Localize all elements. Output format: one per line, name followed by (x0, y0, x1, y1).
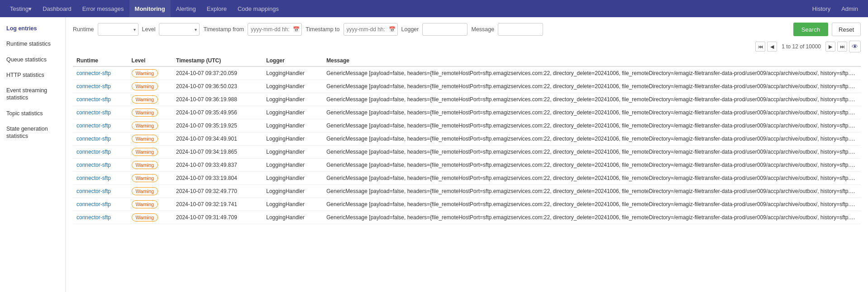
cell-runtime[interactable]: connector-sftp (73, 159, 128, 172)
cell-message: GenericMessage [payload=false, headers={… (323, 172, 861, 185)
col-header-logger: Logger (262, 55, 323, 66)
cell-message: GenericMessage [payload=false, headers={… (323, 159, 861, 172)
sidebar-item-runtime-stats[interactable]: Runtime statistics (0, 36, 65, 52)
cell-logger: LoggingHandler (262, 66, 323, 80)
pagination-prev-button[interactable]: ◀ (767, 42, 777, 52)
cell-level: Warning (128, 66, 172, 80)
toggle-columns-button[interactable]: 👁 (849, 41, 861, 52)
warning-badge: Warning (132, 174, 158, 182)
cell-timestamp: 2024-10-07 09:34:19.865 (172, 146, 262, 159)
pagination-last-button[interactable]: ⏭ (837, 42, 847, 52)
sidebar-item-topic-stats[interactable]: Topic statistics (0, 106, 65, 121)
timestamp-from-wrap: 📅 (248, 23, 302, 36)
message-input[interactable] (498, 23, 543, 36)
nav-item-explore[interactable]: Explore (201, 0, 232, 17)
cell-logger: LoggingHandler (262, 132, 323, 146)
runtime-label: Runtime (73, 26, 94, 33)
cell-level: Warning (128, 106, 172, 119)
warning-badge: Warning (132, 108, 158, 117)
level-label: Level (142, 26, 156, 33)
logger-label: Logger (401, 26, 419, 33)
pagination-info: 1 to 12 of 10000 (782, 43, 821, 50)
cell-runtime[interactable]: connector-sftp (73, 211, 128, 224)
cell-runtime[interactable]: connector-sftp (73, 80, 128, 93)
nav-item-alerting[interactable]: Alerting (171, 0, 201, 17)
reset-button[interactable]: Reset (832, 23, 861, 36)
cell-runtime[interactable]: connector-sftp (73, 132, 128, 146)
col-header-timestamp: Timestamp (UTC) (172, 55, 262, 66)
table-row: connector-sftpWarning2024-10-07 09:34:19… (73, 146, 861, 159)
sidebar-item-event-stats[interactable]: Event streaming statistics (0, 83, 65, 106)
cell-timestamp: 2024-10-07 09:32:49.770 (172, 185, 262, 198)
sidebar: Log entries Runtime statistics Queue sta… (0, 17, 66, 292)
cell-runtime[interactable]: connector-sftp (73, 198, 128, 211)
timestamp-to-input[interactable] (343, 23, 398, 36)
nav-item-testing[interactable]: Testing▾ (5, 0, 37, 17)
filter-bar: Runtime ▾ Level ▾ Timestamp from 📅 Times… (73, 23, 861, 36)
timestamp-from-input[interactable] (248, 23, 302, 36)
cell-message: GenericMessage [payload=false, headers={… (323, 211, 861, 224)
cell-runtime[interactable]: connector-sftp (73, 106, 128, 119)
sidebar-item-state-gen-stats[interactable]: State generation statistics (0, 121, 65, 144)
search-button[interactable]: Search (793, 23, 828, 36)
cell-logger: LoggingHandler (262, 106, 323, 119)
cell-runtime[interactable]: connector-sftp (73, 93, 128, 106)
pagination-next-button[interactable]: ▶ (825, 42, 835, 52)
cell-runtime[interactable]: connector-sftp (73, 119, 128, 132)
cell-timestamp: 2024-10-07 09:34:49.901 (172, 132, 262, 146)
pagination-first-button[interactable]: ⏮ (755, 42, 765, 52)
cell-timestamp: 2024-10-07 09:36:50.023 (172, 80, 262, 93)
cell-level: Warning (128, 159, 172, 172)
warning-badge: Warning (132, 69, 158, 77)
top-navigation: Testing▾ Dashboard Error messages Monito… (0, 0, 868, 17)
cell-level: Warning (128, 93, 172, 106)
cell-level: Warning (128, 211, 172, 224)
cell-runtime[interactable]: connector-sftp (73, 185, 128, 198)
cell-level: Warning (128, 119, 172, 132)
sidebar-item-http-stats[interactable]: HTTP statistics (0, 67, 65, 83)
cell-timestamp: 2024-10-07 09:35:49.956 (172, 106, 262, 119)
table-header-row: Runtime Level Timestamp (UTC) Logger Mes… (73, 55, 861, 66)
cell-level: Warning (128, 185, 172, 198)
cell-runtime[interactable]: connector-sftp (73, 66, 128, 80)
cell-logger: LoggingHandler (262, 93, 323, 106)
message-label: Message (471, 26, 494, 33)
cell-logger: LoggingHandler (262, 172, 323, 185)
nav-item-admin[interactable]: Admin (836, 0, 863, 17)
runtime-select[interactable] (98, 23, 138, 36)
warning-badge: Warning (132, 200, 158, 208)
cell-message: GenericMessage [payload=false, headers={… (323, 66, 861, 80)
timestamp-to-label: Timestamp to (305, 26, 339, 33)
nav-item-code-mappings[interactable]: Code mappings (232, 0, 284, 17)
nav-item-monitoring[interactable]: Monitoring (129, 0, 171, 17)
runtime-select-wrapper: ▾ (98, 23, 138, 36)
table-row: connector-sftpWarning2024-10-07 09:31:49… (73, 211, 861, 224)
timestamp-from-label: Timestamp from (203, 26, 244, 33)
cell-message: GenericMessage [payload=false, headers={… (323, 185, 861, 198)
cell-level: Warning (128, 80, 172, 93)
cell-logger: LoggingHandler (262, 185, 323, 198)
nav-item-dashboard[interactable]: Dashboard (37, 0, 77, 17)
cell-level: Warning (128, 132, 172, 146)
cell-logger: LoggingHandler (262, 198, 323, 211)
level-select[interactable] (159, 23, 200, 36)
cell-timestamp: 2024-10-07 09:33:19.804 (172, 172, 262, 185)
table-row: connector-sftpWarning2024-10-07 09:33:49… (73, 159, 861, 172)
table-row: connector-sftpWarning2024-10-07 09:33:19… (73, 172, 861, 185)
sidebar-item-queue-stats[interactable]: Queue statistics (0, 52, 65, 67)
cell-level: Warning (128, 172, 172, 185)
nav-item-history[interactable]: History (807, 0, 836, 17)
warning-badge: Warning (132, 161, 158, 169)
logger-input[interactable] (422, 23, 467, 36)
cell-message: GenericMessage [payload=false, headers={… (323, 93, 861, 106)
table-row: connector-sftpWarning2024-10-07 09:35:49… (73, 106, 861, 119)
table-row: connector-sftpWarning2024-10-07 09:32:49… (73, 185, 861, 198)
nav-item-error-messages[interactable]: Error messages (77, 0, 129, 17)
cell-timestamp: 2024-10-07 09:37:20.059 (172, 66, 262, 80)
sidebar-item-log-entries[interactable]: Log entries (0, 21, 65, 36)
cell-runtime[interactable]: connector-sftp (73, 172, 128, 185)
cell-message: GenericMessage [payload=false, headers={… (323, 132, 861, 146)
cell-runtime[interactable]: connector-sftp (73, 146, 128, 159)
col-header-runtime: Runtime (73, 55, 128, 66)
cell-timestamp: 2024-10-07 09:31:49.709 (172, 211, 262, 224)
